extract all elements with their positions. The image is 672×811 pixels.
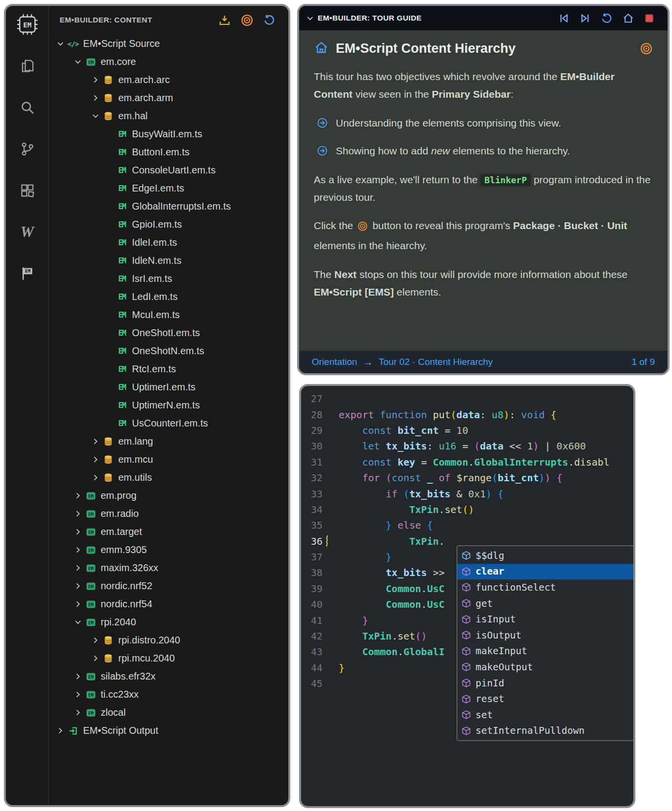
tree-item-rpi-2040[interactable]: EMrpi.2040 bbox=[49, 613, 288, 631]
target-icon[interactable] bbox=[640, 42, 653, 55]
activity-source-control-icon[interactable] bbox=[14, 136, 41, 162]
tree-item-mcui-em-ts[interactable]: EMMcuI.em.ts bbox=[49, 306, 288, 324]
suggest-item-dlg[interactable]: $$dlg bbox=[457, 548, 633, 564]
tree-item-em-hal[interactable]: em.hal bbox=[49, 107, 288, 125]
suggest-item-setinternalpulldown[interactable]: setInternalPulldown bbox=[457, 723, 633, 739]
package-icon: EM bbox=[84, 707, 97, 718]
suggest-item-makeoutput[interactable]: makeOutput bbox=[457, 659, 633, 675]
line-number: 43 bbox=[301, 646, 323, 658]
unit-icon: EM bbox=[115, 166, 129, 175]
chevron-right-icon bbox=[89, 76, 102, 84]
activity-search-icon[interactable] bbox=[14, 95, 41, 120]
tree-item-zlocal[interactable]: EMzlocal bbox=[49, 704, 288, 722]
suggest-item-set[interactable]: set bbox=[457, 707, 633, 723]
tree-item-em-core[interactable]: EMem.core bbox=[49, 53, 288, 71]
tree-item-rpi-mcu-2040[interactable]: rpi.mcu.2040 bbox=[49, 649, 288, 667]
import-button[interactable] bbox=[218, 14, 231, 27]
activity-wokwi-icon[interactable]: W bbox=[14, 219, 41, 245]
tree-item-uptimern-em-ts[interactable]: EMUptimerN.em.ts bbox=[49, 396, 288, 414]
active-line-marker bbox=[325, 535, 329, 548]
activity-em-builder-icon[interactable]: EM bbox=[14, 12, 41, 37]
tree-item-buttoni-em-ts[interactable]: EMButtonI.em.ts bbox=[49, 143, 288, 161]
reveal-target-button[interactable] bbox=[240, 14, 254, 27]
tree-item-uptimeri-em-ts[interactable]: EMUptimerI.em.ts bbox=[49, 378, 288, 396]
tree-item-ledi-em-ts[interactable]: EMLedI.em.ts bbox=[49, 288, 288, 306]
suggest-item-makeinput[interactable]: makeInput bbox=[457, 643, 633, 660]
home-button[interactable] bbox=[622, 12, 634, 24]
tree-item-nordic-nrf54[interactable]: EMnordic.nrf54 bbox=[49, 595, 288, 613]
unit-icon: EM bbox=[115, 383, 129, 392]
tree-item-rpi-distro-2040[interactable]: rpi.distro.2040 bbox=[49, 631, 288, 649]
arrow-circle-icon bbox=[317, 117, 328, 128]
tree-item-em-arch-arc[interactable]: em.arch.arc bbox=[49, 71, 288, 89]
tree-item-oneshoti-em-ts[interactable]: EMOneShotI.em.ts bbox=[49, 324, 288, 342]
stop-button[interactable] bbox=[644, 13, 655, 24]
tree-item-idlei-em-ts[interactable]: EMIdleI.em.ts bbox=[49, 234, 288, 252]
bucket-icon bbox=[102, 93, 115, 103]
code-text: } else { bbox=[323, 519, 433, 531]
unit-icon: EM bbox=[115, 419, 129, 428]
line-number: 27 bbox=[301, 393, 323, 405]
breadcrumb-tour-page[interactable]: Tour 02 · Content Hierarchy bbox=[379, 357, 493, 367]
tree-item-silabs-efr32x[interactable]: EMsilabs.efr32x bbox=[49, 667, 288, 685]
tree-item-emm-9305[interactable]: EMemm.9305 bbox=[49, 541, 288, 559]
tree-item-em-utils[interactable]: em.utils bbox=[49, 469, 288, 487]
unit-icon: EM bbox=[115, 256, 129, 265]
tree-item-em-script-source[interactable]: </>EM•Script Source bbox=[49, 35, 288, 53]
tour-paragraph: This tour has two objectives which revol… bbox=[314, 68, 653, 103]
svg-text:EM: EM bbox=[88, 494, 93, 499]
line-number: 34 bbox=[301, 504, 323, 515]
breadcrumb-orientation[interactable]: Orientation bbox=[312, 357, 357, 367]
activity-em-flag-icon[interactable]: EM bbox=[14, 261, 41, 286]
tree-item-uscounteri-em-ts[interactable]: EMUsCounterI.em.ts bbox=[49, 414, 288, 432]
tree-item-rtci-em-ts[interactable]: EMRtcI.em.ts bbox=[49, 360, 288, 378]
tree-item-em-mcu[interactable]: em.mcu bbox=[49, 450, 288, 469]
step-back-button[interactable] bbox=[558, 12, 570, 24]
tree-item-em-target[interactable]: EMem.target bbox=[49, 523, 288, 541]
tree-item-consoleuarti-em-ts[interactable]: EMConsoleUartI.em.ts bbox=[49, 161, 288, 179]
tree-item-ti-cc23xx[interactable]: EMti.cc23xx bbox=[49, 685, 288, 704]
line-number: 30 bbox=[301, 440, 323, 452]
suggest-item-isoutput[interactable]: isOutput bbox=[457, 627, 633, 643]
step-forward-button[interactable] bbox=[579, 12, 591, 24]
suggest-item-label: pinId bbox=[476, 678, 504, 689]
tree-item-label: em.lang bbox=[118, 436, 153, 447]
tree-item-label: McuI.em.ts bbox=[132, 309, 180, 320]
tree-item-maxim-326xx[interactable]: EMmaxim.326xx bbox=[49, 559, 288, 577]
activity-extensions-icon[interactable] bbox=[14, 178, 41, 203]
tree-item-edgei-em-ts[interactable]: EMEdgeI.em.ts bbox=[49, 179, 288, 197]
suggest-item-functionselect[interactable]: functionSelect bbox=[457, 579, 633, 596]
tree-item-em-script-output[interactable]: EM•Script Output bbox=[49, 722, 288, 740]
unit-icon: EM bbox=[115, 275, 129, 283]
suggest-item-reset[interactable]: reset bbox=[457, 691, 633, 707]
activity-explorer-icon[interactable] bbox=[14, 53, 41, 79]
tree-item-isri-em-ts[interactable]: EMIsrI.em.ts bbox=[49, 270, 288, 288]
tree-item-globalinterruptsi-em-ts[interactable]: EMGlobalInterruptsI.em.ts bbox=[49, 197, 288, 215]
tree-item-idlen-em-ts[interactable]: EMIdleN.em.ts bbox=[49, 252, 288, 270]
package-icon: EM bbox=[84, 563, 97, 574]
tree-item-busywaiti-em-ts[interactable]: EMBusyWaitI.em.ts bbox=[49, 125, 288, 143]
line-number: 38 bbox=[301, 567, 323, 578]
suggest-item-get[interactable]: get bbox=[457, 596, 633, 612]
tree-item-em-lang[interactable]: em.lang bbox=[49, 432, 288, 450]
tree-item-em-prog[interactable]: EMem.prog bbox=[49, 487, 288, 505]
chevron-down-icon[interactable] bbox=[306, 14, 314, 22]
suggest-item-label: setInternalPulldown bbox=[476, 725, 585, 736]
tree-item-oneshotn-em-ts[interactable]: EMOneShotN.em.ts bbox=[49, 342, 288, 360]
symbol-method-icon bbox=[461, 694, 472, 704]
suggest-item-isinput[interactable]: isInput bbox=[457, 611, 633, 627]
package-icon: EM bbox=[84, 581, 97, 592]
tree-item-em-radio[interactable]: EMem.radio bbox=[49, 505, 288, 523]
refresh-button[interactable] bbox=[263, 14, 276, 26]
tree-item-em-arch-arm[interactable]: em.arch.arm bbox=[49, 89, 288, 107]
tree-item-gpioi-em-ts[interactable]: EMGpioI.em.ts bbox=[49, 215, 288, 234]
code-line-32: 32 for (const _ of $range(bit_cnt)) { bbox=[301, 470, 633, 486]
tree-item-nordic-nrf52[interactable]: EMnordic.nrf52 bbox=[49, 577, 288, 595]
svg-text:EM: EM bbox=[88, 711, 93, 716]
symbol-method-icon bbox=[461, 567, 472, 576]
symbol-method-icon bbox=[461, 710, 472, 720]
restart-button[interactable] bbox=[601, 12, 613, 24]
suggest-item-pinid[interactable]: pinId bbox=[457, 675, 633, 691]
line-number: 42 bbox=[301, 630, 323, 642]
suggest-item-clear[interactable]: clear bbox=[457, 564, 633, 580]
